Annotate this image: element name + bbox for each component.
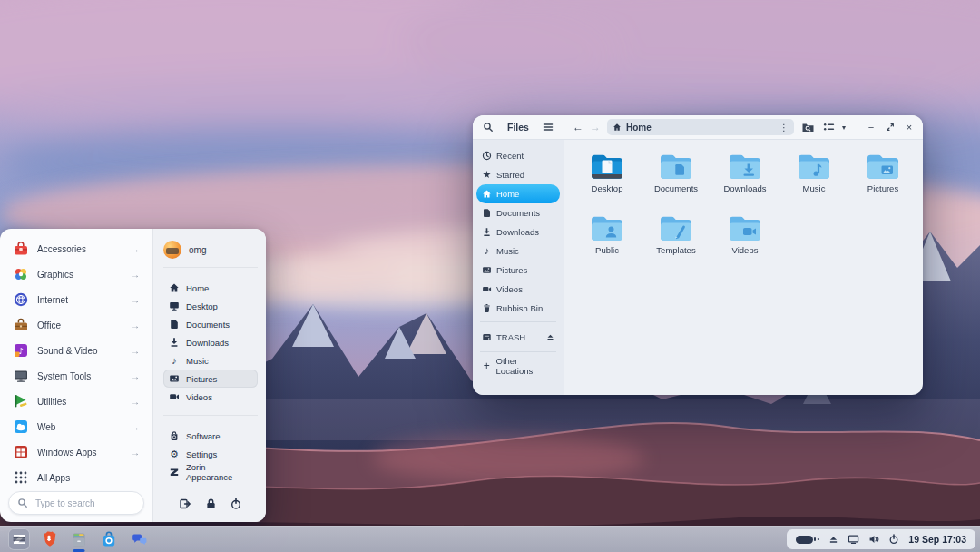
- menu-shortcut-settings[interactable]: ⚙ Settings: [163, 445, 258, 463]
- folder-search-icon[interactable]: [800, 120, 815, 134]
- brave-browser-button[interactable]: [38, 528, 60, 550]
- download-icon: [482, 227, 492, 237]
- eject-icon[interactable]: [828, 535, 838, 545]
- folder-public[interactable]: Public: [573, 214, 642, 272]
- place-label: Documents: [186, 320, 230, 330]
- sound-video-icon: ♪: [13, 342, 29, 359]
- software-store-button[interactable]: [98, 528, 120, 550]
- sidebar-item-label: Music: [496, 246, 519, 256]
- menu-place-videos[interactable]: Videos: [163, 388, 258, 406]
- lock-button[interactable]: [203, 497, 218, 511]
- menu-category-sound-video[interactable]: ♪ Sound & Video →: [8, 338, 144, 363]
- submenu-arrow-icon: →: [131, 270, 140, 280]
- folder-music[interactable]: Music: [779, 153, 848, 211]
- sidebar-item-trash-drive[interactable]: TRASH: [476, 326, 560, 348]
- sidebar-item-recent[interactable]: Recent: [476, 146, 560, 165]
- forward-button[interactable]: →: [590, 122, 601, 133]
- category-label: Windows Apps: [37, 448, 97, 458]
- menu-search-bar[interactable]: [8, 491, 144, 515]
- plus-icon: +: [482, 360, 492, 370]
- zorin-appearance-icon: [169, 467, 180, 478]
- taskbar-apps: [0, 528, 150, 550]
- view-list-icon[interactable]: [821, 120, 836, 134]
- folder-documents[interactable]: Documents: [642, 153, 710, 211]
- category-label: System Tools: [37, 371, 91, 381]
- brave-icon: [41, 530, 57, 548]
- close-button[interactable]: ×: [903, 121, 916, 133]
- folder-videos[interactable]: Videos: [710, 214, 779, 272]
- taskbar: • 19 Sep 17:03: [0, 526, 980, 552]
- sidebar-item-documents[interactable]: Documents: [476, 203, 560, 222]
- files-window: Files ← → Home ⋮ ▾ −: [473, 115, 923, 395]
- internet-globe-icon: [13, 291, 29, 308]
- menu-category-accessories[interactable]: Accessories →: [8, 236, 144, 261]
- folder-pictures[interactable]: Pictures: [848, 153, 917, 211]
- menu-categories-panel: Accessories → Graphics → Internet → Offi…: [0, 229, 152, 522]
- shortcut-label: Software: [186, 431, 220, 441]
- zorin-menu-button[interactable]: [8, 528, 30, 550]
- folder-desktop[interactable]: Desktop: [573, 153, 642, 211]
- videos-folder-icon: [728, 214, 762, 242]
- sidebar-item-starred[interactable]: ★ Starred: [476, 165, 560, 184]
- address-bar[interactable]: Home ⋮: [607, 119, 794, 135]
- clock[interactable]: 19 Sep 17:03: [908, 534, 966, 545]
- category-label: Utilities: [37, 397, 66, 407]
- system-tray[interactable]: • 19 Sep 17:03: [787, 529, 975, 549]
- menu-category-utilities[interactable]: Utilities →: [8, 389, 144, 414]
- kebab-menu-icon[interactable]: ⋮: [779, 123, 789, 133]
- menu-place-pictures[interactable]: Pictures: [163, 370, 258, 388]
- menu-category-system-tools[interactable]: System Tools →: [8, 363, 144, 389]
- folder-label: Music: [803, 183, 826, 193]
- sidebar-item-music[interactable]: ♪ Music: [476, 242, 560, 261]
- files-content-area[interactable]: Desktop Documents Downloads Music Pictur…: [564, 140, 923, 395]
- zorin-app-menu: Accessories → Graphics → Internet → Offi…: [0, 229, 266, 522]
- menu-category-windows-apps[interactable]: Windows Apps →: [8, 439, 144, 465]
- menu-place-documents[interactable]: Documents: [163, 315, 258, 333]
- files-app-button[interactable]: [68, 528, 90, 550]
- zorin-logo-icon: [11, 531, 27, 547]
- submenu-arrow-icon: →: [131, 295, 140, 305]
- back-button[interactable]: ←: [573, 122, 583, 133]
- submenu-arrow-icon: →: [131, 397, 140, 407]
- user-account-row[interactable]: omg: [163, 238, 258, 261]
- sidebar-item-videos[interactable]: Videos: [476, 280, 560, 299]
- menu-place-desktop[interactable]: Desktop: [163, 297, 258, 315]
- volume-icon[interactable]: [868, 534, 879, 545]
- display-icon[interactable]: [848, 534, 859, 545]
- menu-all-apps[interactable]: All Apps: [8, 465, 144, 490]
- all-apps-label: All Apps: [37, 473, 70, 483]
- menu-place-downloads[interactable]: Downloads: [163, 333, 258, 351]
- minimize-button[interactable]: −: [865, 121, 877, 133]
- view-options-caret-icon[interactable]: ▾: [842, 123, 851, 132]
- search-icon[interactable]: [481, 120, 495, 134]
- chat-app-button[interactable]: [128, 528, 150, 550]
- sidebar-item-rubbish-bin[interactable]: Rubbish Bin: [476, 299, 560, 318]
- menu-category-web[interactable]: Web →: [8, 414, 144, 439]
- files-toolbar: ← → Home ⋮ ▾ − ×: [564, 119, 923, 135]
- log-out-button[interactable]: [178, 497, 192, 511]
- sidebar-item-home[interactable]: Home: [476, 184, 560, 203]
- folder-templates[interactable]: Templates: [642, 214, 710, 272]
- sidebar-item-pictures[interactable]: Pictures: [476, 261, 560, 280]
- menu-category-graphics[interactable]: Graphics →: [8, 261, 144, 287]
- folder-downloads[interactable]: Downloads: [710, 153, 779, 211]
- maximize-button[interactable]: [884, 121, 897, 133]
- power-button[interactable]: [229, 497, 243, 511]
- menu-category-office[interactable]: Office →: [8, 312, 144, 338]
- place-label: Pictures: [186, 374, 217, 384]
- menu-shortcut-zorin-appearance[interactable]: Zorin Appearance: [163, 463, 258, 481]
- eject-icon[interactable]: [546, 333, 554, 341]
- power-icon[interactable]: [888, 534, 899, 545]
- menu-place-music[interactable]: ♪ Music: [163, 351, 258, 370]
- sidebar-item-downloads[interactable]: Downloads: [476, 222, 560, 242]
- search-input[interactable]: [34, 498, 157, 509]
- shortcut-label: Zorin Appearance: [186, 462, 252, 482]
- menu-shortcut-software[interactable]: Software: [163, 427, 258, 445]
- menu-category-internet[interactable]: Internet →: [8, 287, 144, 312]
- sidebar-item-other-locations[interactable]: + Other Locations: [476, 356, 560, 375]
- files-titlebar[interactable]: Files ← → Home ⋮ ▾ −: [473, 115, 923, 140]
- hamburger-menu-icon[interactable]: [541, 120, 555, 134]
- menu-place-home[interactable]: Home: [163, 279, 258, 297]
- sidebar-separator: [480, 351, 556, 352]
- pictures-folder-icon: [866, 153, 900, 181]
